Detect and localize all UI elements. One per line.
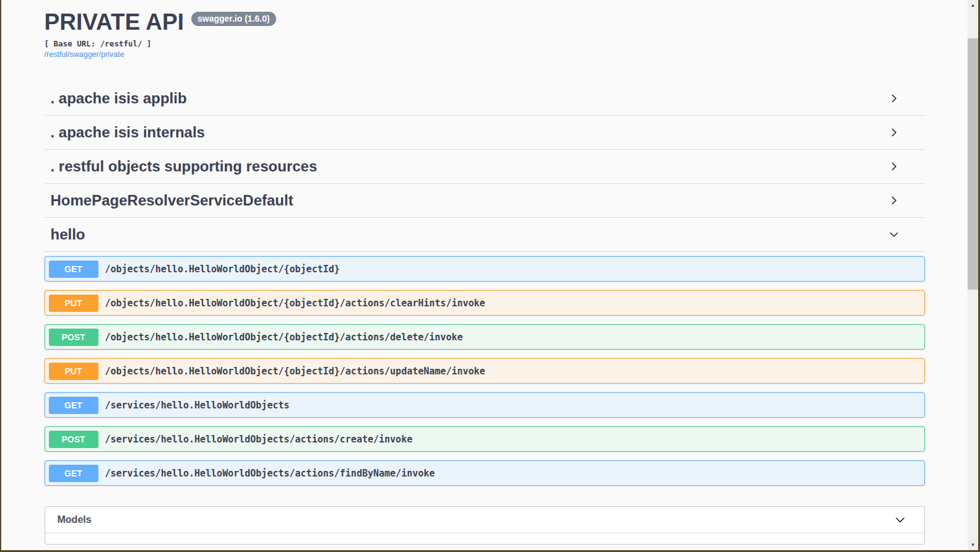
method-badge: GET xyxy=(49,261,98,278)
operation-path: /objects/hello.HelloWorldObject/{objectI… xyxy=(105,332,463,343)
tag-section-apache-isis-internals[interactable]: . apache isis internals xyxy=(45,116,925,150)
chevron-down-icon xyxy=(888,228,900,241)
spec-link[interactable]: /restful/swagger/private xyxy=(45,50,124,59)
scroll-up-icon[interactable]: ▲ xyxy=(968,0,978,11)
scroll-down-icon[interactable]: ▼ xyxy=(968,540,978,550)
method-badge: PUT xyxy=(49,295,98,312)
tag-section-apache-isis-applib[interactable]: . apache isis applib xyxy=(45,82,925,116)
tag-label: HomePageResolverServiceDefault xyxy=(51,192,293,209)
chevron-right-icon xyxy=(888,126,900,139)
tag-label: hello xyxy=(51,226,85,243)
tag-label: . apache isis applib xyxy=(51,90,187,107)
operation-row[interactable]: PUT /objects/hello.HelloWorldObject/{obj… xyxy=(45,290,925,316)
vertical-scrollbar[interactable]: ▲ ▼ xyxy=(968,0,978,550)
models-title: Models xyxy=(58,514,92,525)
operation-row[interactable]: GET /services/hello.HelloWorldObjects xyxy=(45,392,925,418)
operations-list: GET /objects/hello.HelloWorldObject/{obj… xyxy=(45,252,925,486)
tag-section-hello[interactable]: hello xyxy=(45,218,925,252)
method-badge: POST xyxy=(49,329,98,346)
chevron-right-icon xyxy=(888,160,900,173)
operation-path: /objects/hello.HelloWorldObject/{objectI… xyxy=(105,366,485,377)
browser-window: PRIVATE API swagger.io (1.6.0) [ Base UR… xyxy=(0,0,980,552)
chevron-right-icon xyxy=(888,92,900,105)
tag-section-restful-objects[interactable]: . restful objects supporting resources xyxy=(45,150,925,184)
method-badge: PUT xyxy=(49,363,98,380)
operation-row[interactable]: GET /objects/hello.HelloWorldObject/{obj… xyxy=(45,256,925,282)
base-url: [ Base URL: /restful/ ] xyxy=(45,39,925,48)
operation-path: /services/hello.HelloWorldObjects/action… xyxy=(105,468,435,479)
version-badge: swagger.io (1.6.0) xyxy=(191,12,276,26)
operation-path: /services/hello.HelloWorldObjects/action… xyxy=(105,434,413,445)
operation-path: /objects/hello.HelloWorldObject/{objectI… xyxy=(105,264,340,275)
operation-row[interactable]: POST /objects/hello.HelloWorldObject/{ob… xyxy=(45,324,925,350)
method-badge: POST xyxy=(49,431,98,448)
tag-label: . apache isis internals xyxy=(51,124,205,141)
operation-row[interactable]: POST /services/hello.HelloWorldObjects/a… xyxy=(45,426,925,452)
tag-section-homepageresolver[interactable]: HomePageResolverServiceDefault xyxy=(45,184,925,218)
chevron-down-icon xyxy=(893,513,907,527)
operation-row[interactable]: PUT /objects/hello.HelloWorldObject/{obj… xyxy=(45,358,925,384)
api-info: PRIVATE API swagger.io (1.6.0) [ Base UR… xyxy=(45,10,925,59)
method-badge: GET xyxy=(49,465,98,482)
operation-path: /objects/hello.HelloWorldObject/{objectI… xyxy=(105,298,485,309)
scrollbar-thumb[interactable] xyxy=(968,38,978,290)
method-badge: GET xyxy=(49,397,98,414)
tag-sections: . apache isis applib . apache isis inter… xyxy=(45,82,925,486)
page-title: PRIVATE API xyxy=(45,10,184,35)
operation-path: /services/hello.HelloWorldObjects xyxy=(105,400,290,411)
chevron-right-icon xyxy=(888,194,900,207)
models-section: Models xyxy=(45,506,925,545)
tag-label: . restful objects supporting resources xyxy=(51,158,318,175)
models-header[interactable]: Models xyxy=(45,507,924,533)
swagger-page: PRIVATE API swagger.io (1.6.0) [ Base UR… xyxy=(1,0,968,550)
operation-row[interactable]: GET /services/hello.HelloWorldObjects/ac… xyxy=(45,460,925,486)
